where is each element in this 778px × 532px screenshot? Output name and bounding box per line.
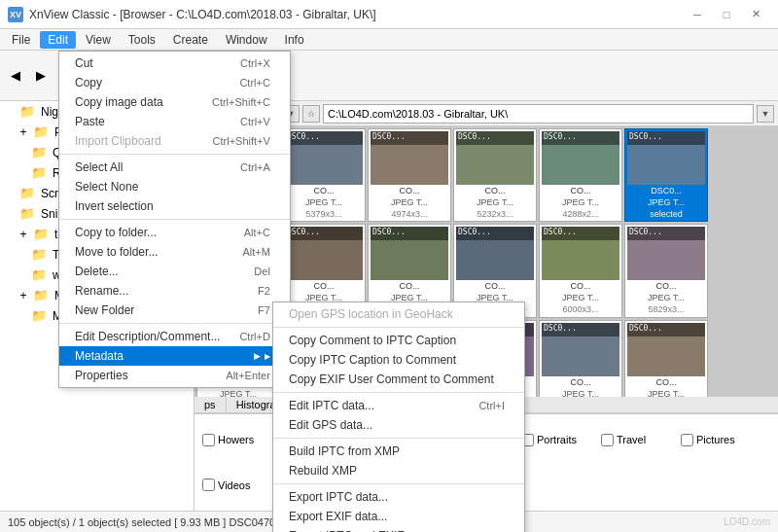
thumb-item-2[interactable]: DSC0...CO...JPEG T...4974x3...	[368, 128, 451, 222]
category-item-5[interactable]: Travel	[601, 418, 679, 462]
thumb-info-1: CO...	[285, 186, 363, 196]
thumb-item-3[interactable]: DSC0...CO...JPEG T...5232x3...	[453, 128, 537, 222]
thumb-size-16: JPEG T...	[542, 389, 619, 397]
thumb-image-10: DSC0...	[542, 227, 619, 280]
submenu-rebuild-xmp[interactable]: Rebuild XMP	[273, 461, 524, 480]
submenu-export-iptc-exif[interactable]: Export IPTC and EXIF...	[273, 526, 524, 532]
thumb-item-1[interactable]: DSC0...CO...JPEG T...5379x3...	[282, 128, 366, 222]
maximize-button[interactable]: □	[712, 5, 741, 24]
thumb-dims-11: 5829x3...	[627, 304, 705, 315]
submenu-sep-1	[273, 327, 524, 328]
title-text: XnView Classic - [Browser - C:\LO4D.com\…	[29, 8, 376, 21]
category-item-7[interactable]: Videos	[202, 464, 280, 508]
category-checkbox-0[interactable]	[202, 434, 215, 446]
thumb-dims-4: 4288x2...	[542, 209, 619, 220]
menu-new-folder[interactable]: New FolderF7	[59, 301, 290, 320]
thumb-size-5: JPEG T...	[627, 197, 705, 208]
thumb-item-10[interactable]: DSC0...CO...JPEG T...6000x3...	[539, 224, 622, 317]
menu-paste[interactable]: PasteCtrl+V	[59, 112, 290, 131]
title-bar: XV XnView Classic - [Browser - C:\LO4D.c…	[0, 0, 778, 29]
thumb-info-16: CO...	[542, 377, 619, 388]
thumb-image-2: DSC0...	[371, 131, 448, 185]
thumb-image-7: DSC0...	[285, 227, 363, 280]
thumb-image-1: DSC0...	[285, 131, 363, 185]
toolbar-btn-2[interactable]: ▶	[29, 64, 53, 88]
thumb-image-16: DSC0...	[542, 323, 619, 376]
menu-edit[interactable]: Edit	[40, 31, 76, 49]
watermark-text: LO4D.com	[724, 516, 770, 527]
menu-invert-selection[interactable]: Invert selection	[59, 196, 290, 216]
thumb-item-16[interactable]: DSC0...CO...JPEG T...6000x3...	[539, 320, 622, 397]
close-button[interactable]: ✕	[741, 5, 770, 24]
category-item-0[interactable]: Howers	[202, 418, 280, 462]
thumb-item-5[interactable]: DSC0...DSC0...JPEG T...selected	[624, 128, 708, 222]
submenu-edit-gps[interactable]: Edit GPS data...	[273, 415, 524, 435]
submenu-copy-comment-iptc[interactable]: Copy Comment to IPTC Caption	[273, 331, 524, 350]
menu-tools[interactable]: Tools	[121, 31, 163, 49]
menu-metadata[interactable]: Metadata▶	[59, 346, 290, 366]
menu-create[interactable]: Create	[165, 31, 216, 49]
thumb-size-10: JPEG T...	[542, 293, 619, 303]
category-checkbox-6[interactable]	[681, 434, 693, 446]
thumb-info-8: CO...	[371, 281, 448, 292]
thumb-dims-1: 5379x3...	[285, 209, 363, 220]
thumb-item-4[interactable]: DSC0...CO...JPEG T...4288x2...	[539, 128, 622, 222]
submenu-copy-iptc-comment[interactable]: Copy IPTC Caption to Comment	[273, 350, 524, 370]
menu-window[interactable]: Window	[218, 31, 275, 49]
tab-ps[interactable]: ps	[194, 397, 227, 412]
menu-import-clipboard: Import ClipboardCtrl+Shift+V	[59, 131, 290, 151]
submenu-copy-exif-comment[interactable]: Copy EXIF User Comment to Comment	[273, 370, 524, 389]
menu-copy-to-folder[interactable]: Copy to folder...Alt+C	[59, 223, 290, 242]
menu-edit-description[interactable]: Edit Description/Comment...Ctrl+D	[59, 327, 290, 346]
fav-button[interactable]: ☆	[302, 105, 320, 123]
go-button[interactable]: ▼	[757, 105, 774, 123]
thumb-image-8: DSC0...	[371, 227, 448, 280]
thumb-size-11: JPEG T...	[627, 293, 705, 303]
menu-delete[interactable]: Delete...Del	[59, 262, 290, 281]
menu-move-to-folder[interactable]: Move to folder...Alt+M	[59, 242, 290, 262]
submenu-edit-iptc[interactable]: Edit IPTC data...Ctrl+I	[273, 396, 524, 415]
address-input[interactable]	[323, 104, 754, 124]
menu-sep-3	[59, 323, 290, 324]
menu-file[interactable]: File	[4, 31, 38, 49]
submenu-export-exif[interactable]: Export EXIF data...	[273, 507, 524, 526]
thumb-item-17[interactable]: DSC0...CO...JPEG T...5714x3...	[624, 320, 708, 397]
thumb-image-11: DSC0...	[627, 227, 705, 280]
thumb-dims-3: 5232x3...	[456, 209, 534, 220]
thumb-info-11: CO...	[627, 281, 705, 292]
thumb-dims-2: 4974x3...	[371, 209, 448, 220]
edit-menu: CutCtrl+X CopyCtrl+C Copy image dataCtrl…	[58, 51, 291, 388]
window-controls: ─ □ ✕	[683, 5, 770, 24]
metadata-submenu: Open GPS location in GeoHack Copy Commen…	[272, 301, 525, 532]
thumb-info-9: CO...	[456, 281, 534, 292]
menu-select-none[interactable]: Select None	[59, 177, 290, 196]
menu-view[interactable]: View	[78, 31, 119, 49]
category-item-4[interactable]: Portraits	[521, 418, 599, 462]
menu-bar: File Edit View Tools Create Window Info	[0, 29, 778, 51]
submenu-build-iptc[interactable]: Build IPTC from XMP	[273, 442, 524, 461]
category-checkbox-5[interactable]	[601, 434, 614, 446]
thumb-image-17: DSC0...	[627, 323, 705, 376]
submenu-export-iptc[interactable]: Export IPTC data...	[273, 487, 524, 507]
submenu-sep-4	[273, 483, 524, 484]
menu-copy-image-data[interactable]: Copy image dataCtrl+Shift+C	[59, 92, 290, 112]
category-checkbox-7[interactable]	[202, 479, 215, 491]
thumb-info-17: CO...	[627, 377, 705, 388]
thumb-size-17: JPEG T...	[627, 389, 705, 397]
menu-cut[interactable]: CutCtrl+X	[59, 53, 290, 73]
category-item-6[interactable]: Pictures	[681, 418, 759, 462]
menu-copy[interactable]: CopyCtrl+C	[59, 73, 290, 92]
menu-sep-2	[59, 219, 290, 220]
thumb-dims-10: 6000x3...	[542, 304, 619, 315]
menu-info[interactable]: Info	[277, 31, 312, 49]
menu-rename[interactable]: Rename...F2	[59, 281, 290, 301]
menu-properties[interactable]: PropertiesAlt+Enter	[59, 366, 290, 385]
submenu-sep-3	[273, 438, 524, 439]
minimize-button[interactable]: ─	[683, 5, 712, 24]
thumb-image-9: DSC0...	[456, 227, 534, 280]
menu-select-all[interactable]: Select AllCtrl+A	[59, 158, 290, 177]
thumb-size-4: JPEG T...	[542, 197, 619, 208]
thumb-item-11[interactable]: DSC0...CO...JPEG T...5829x3...	[624, 224, 708, 317]
toolbar-btn-1[interactable]: ◀	[4, 64, 27, 88]
thumb-image-5: DSC0...	[627, 131, 705, 185]
